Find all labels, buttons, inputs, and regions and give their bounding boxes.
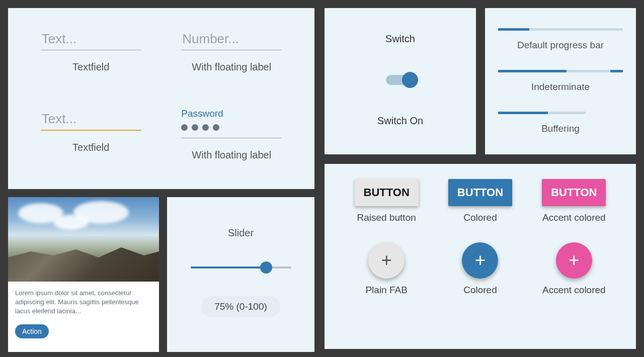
plus-icon: +: [381, 251, 392, 270]
number-input-caption: With floating label: [192, 61, 271, 73]
text-input-1-caption: Textfield: [72, 61, 109, 73]
password-input[interactable]: [181, 124, 282, 138]
buttons-panel: BUTTON BUTTON BUTTON Raised button Color…: [325, 164, 636, 349]
number-input[interactable]: [181, 28, 282, 50]
switch-toggle[interactable]: [386, 75, 415, 85]
card-image: [8, 197, 159, 282]
fab-accent-caption: Accent colored: [528, 285, 620, 296]
text-input-1[interactable]: [41, 28, 141, 50]
raised-button-accent-caption: Accent colored: [528, 212, 620, 223]
switch-title: Switch: [385, 33, 415, 45]
fab-colored-caption: Colored: [434, 285, 526, 296]
textfields-panel: Textfield With floating label Textfield …: [8, 8, 314, 189]
progress-default: [498, 28, 623, 31]
fab-colored[interactable]: +: [462, 242, 498, 279]
progress-default-caption: Default progress bar: [517, 40, 604, 51]
slider-thumb[interactable]: [260, 261, 272, 274]
text-input-2-caption: Textfield: [72, 142, 109, 153]
fab-plain[interactable]: +: [368, 242, 405, 279]
slider-readout: 75% (0-100): [201, 296, 280, 317]
slider-panel: Slider 75% (0-100): [167, 197, 314, 352]
plus-icon: +: [475, 251, 486, 270]
raised-button-plain[interactable]: BUTTON: [355, 179, 419, 206]
plus-icon: +: [569, 251, 579, 270]
switch-panel: Switch Switch On: [325, 8, 476, 154]
card-panel: Lorem ipsum dolor sit amet, consectetur …: [8, 197, 159, 352]
raised-button-accent[interactable]: BUTTON: [542, 179, 606, 206]
slider-title: Slider: [228, 227, 254, 239]
progress-indeterminate-caption: Indeterminate: [531, 81, 590, 93]
switch-thumb[interactable]: [402, 72, 418, 88]
fab-accent[interactable]: +: [556, 242, 592, 279]
fab-plain-caption: Plain FAB: [340, 285, 433, 296]
slider[interactable]: [191, 266, 291, 269]
text-input-2[interactable]: [41, 108, 141, 131]
progress-buffering-caption: Buffering: [541, 123, 580, 134]
card-action-button[interactable]: Action: [15, 324, 49, 338]
password-label: Password: [181, 108, 282, 119]
raised-button-colored[interactable]: BUTTON: [448, 179, 512, 206]
raised-button-colored-caption: Colored: [434, 212, 526, 223]
card-text: Lorem ipsum dolor sit amet, consectetur …: [15, 289, 152, 316]
raised-button-plain-caption: Raised button: [340, 212, 433, 223]
switch-on-label: Switch On: [377, 115, 423, 127]
progress-panel: Default progress bar Indeterminate Buffe…: [485, 8, 636, 154]
progress-buffering: [498, 112, 623, 114]
progress-indeterminate: [498, 70, 623, 72]
password-caption: With floating label: [192, 149, 271, 161]
